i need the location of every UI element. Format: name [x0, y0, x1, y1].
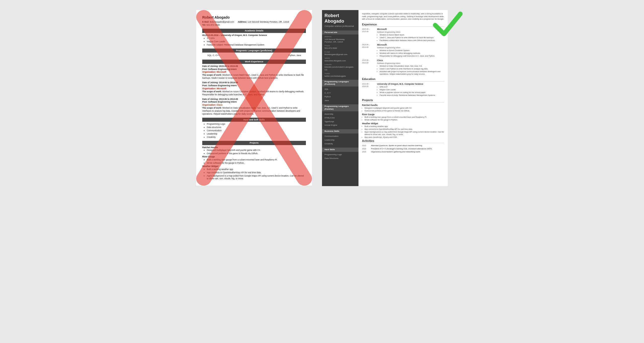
skill-item: Creativity [207, 136, 306, 139]
skill-item: Data structures [207, 126, 306, 129]
sidebar-list-item: Leadership [325, 138, 356, 142]
sidebar-list-item: Unreal Engine [325, 123, 356, 127]
project-entry: Weather WidgetBuilt a working weather ap… [362, 122, 444, 139]
sidebar-name: RobertAbogado [325, 13, 356, 24]
project-entry: River GaugeBuilt a working river gauge f… [362, 113, 444, 121]
activities-list: 2015Attended Quackcon. Spoke on panel ab… [362, 144, 444, 153]
main-content: Inquisitive, energetic computer science … [358, 10, 448, 186]
activity-entry: 2016President of C++'s Arcangel's Gaming… [362, 148, 444, 150]
activity-entry: 2015Attended Quackcon. Spoke on panel ab… [362, 144, 444, 147]
skill-item: Communication [207, 129, 306, 132]
projects-header: Projects [202, 141, 306, 145]
skills-list: Programming LogicData structuresCommunic… [207, 123, 306, 139]
experience-list: 2015-06 -2015-09 Microsoft Software Engi… [362, 28, 444, 76]
sidebar-title: Computer science professional [325, 25, 356, 28]
work-entries: Date of Joining: 2015-06 to 2015-09 Post… [202, 65, 306, 116]
left-name: Robert Abogado [202, 15, 306, 20]
personal-info-header: Personal Info [322, 30, 358, 35]
sidebar-list-item: Programming Logic [325, 153, 356, 157]
exp-entry: 2013-06 -2013-09 Cisco Software Engineer… [362, 59, 444, 76]
academic-block: 09.2012-05.2016 – University of Oregon, … [202, 34, 306, 47]
activity-entry: 2016Organized a local hacker's gathering… [362, 151, 444, 153]
project-entry: Ratchet HandleDesigned multiplayer labyr… [362, 104, 444, 112]
sidebar-list-item: Communication [325, 135, 356, 138]
work-entry: Date of Joining: 2013-06 to 2013-09 Post… [202, 98, 306, 116]
fav-subject: Favourite subject: Relational Database M… [207, 44, 306, 47]
skill-item: Leadership [207, 133, 306, 136]
right-resume-wrapper: RobertAbogado Computer science professio… [322, 10, 448, 186]
left-resume: Robert Abogado E-Mail: BobAbogado@gmail.… [196, 10, 312, 186]
work-exp-header: Work Experience [202, 60, 306, 64]
prog-prof-header: Programming Languages (Proficient) [322, 80, 358, 87]
honor: Magna Cum Laude [207, 40, 306, 43]
hard-list: Programming LogicData Structures [325, 153, 356, 160]
academic-header: Academic Details [202, 29, 306, 33]
sidebar-list-item: C, C++ [325, 91, 356, 95]
sidebar-address: 118 Second StonewayPoneton, OR, 11619 [325, 38, 356, 44]
education-list: 2012-09 -2016-05 University of Oregon, M… [362, 83, 444, 97]
left-resume-wrapper: Robert Abogado E-Mail: BobAbogado@gmail.… [196, 10, 312, 186]
business-list: CommunicationLeadershipCreativity [325, 135, 356, 146]
skills-header: Hard and Soft Skills [202, 118, 306, 122]
exp-section-header: Experience [362, 23, 444, 27]
prog-fam-header: Programming Languages (Familiar) [322, 104, 358, 111]
sidebar-list-item: SQL [325, 88, 356, 91]
prog-lang-row: SQL, C, C++ Python, Java [202, 54, 306, 58]
project-item: Ratchet HandleDesigned multiplayer labyr… [202, 146, 306, 155]
sidebar-list-item: Java [325, 99, 356, 103]
hard-header: Hard Skills [322, 148, 358, 152]
right-resume: RobertAbogado Computer science professio… [322, 10, 448, 186]
exp-entry: 2015-06 -2015-09 Microsoft Software Engi… [362, 28, 444, 42]
sidebar-list-item: Assembly [325, 112, 356, 116]
projects-list: Ratchet HandleDesigned multiplayer labyr… [362, 104, 444, 139]
exp-entry: 2014-06 -2014-09 Microsoft Software Engi… [362, 44, 444, 58]
sidebar-list-item: Creativity [325, 142, 356, 146]
project-item: Weather WidgetBuilt a working weather ap… [202, 165, 306, 180]
work-entry: Date of Joining: 2015-06 to 2015-09 Post… [202, 65, 306, 80]
left-email-line: E-Mail: BobAbogado@gmail.com Address: 11… [202, 21, 306, 24]
prog-lang-header: Programic Languages (proficient) [202, 49, 306, 53]
left-tel-line: Tel: 501-872-5940 [202, 24, 306, 27]
act-section-header: Activities [362, 139, 444, 143]
sidebar-list-item: Data Structures [325, 157, 356, 160]
projects-section: Ratchet HandleDesigned multiplayer labyr… [202, 146, 306, 181]
sidebar: RobertAbogado Computer science professio… [322, 10, 358, 186]
sidebar-list-item: HTML/CSS [325, 116, 356, 120]
project-item: River GaugeBuilt a working river gauge f… [202, 155, 306, 165]
summary: Inquisitive, energetic computer science … [362, 13, 444, 21]
gpa: 3.7 GPA [207, 37, 306, 40]
sidebar-list-item: TypeScript [325, 120, 356, 124]
business-header: Business Skills [322, 129, 358, 134]
sidebar-list-item: Python [325, 95, 356, 99]
edu-entry: 2012-09 -2016-05 University of Oregon, M… [362, 83, 444, 97]
work-entry: Date of Joining: 2014-06 to 2014-09 Post… [202, 81, 306, 96]
skill-item: Programming Logic [207, 123, 306, 126]
proj-section-header: Projects [362, 98, 444, 103]
prog-prof-list: SQLC, C++PythonJava [325, 88, 356, 102]
edu-section-header: Education [362, 77, 444, 81]
prog-fam-list: AssemblyHTML/CSSTypeScriptUnreal Engine [325, 112, 356, 127]
